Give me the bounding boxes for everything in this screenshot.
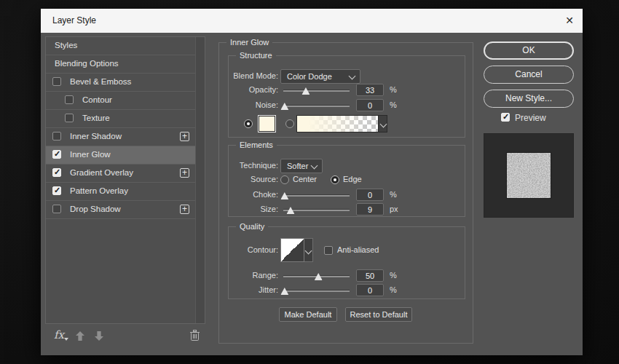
sidebar-footer: fx bbox=[45, 327, 205, 350]
sidebar-item-label: Inner Glow bbox=[70, 150, 111, 159]
quality-group: Quality Contour: Anti-aliased Range: % J… bbox=[228, 226, 465, 299]
inner-glow-checkbox[interactable]: ✓ bbox=[52, 150, 61, 159]
noise-slider[interactable] bbox=[283, 105, 350, 107]
technique-label: Technique: bbox=[229, 161, 278, 170]
sidebar-item-pattern-overlay[interactable]: ✓ Pattern Overlay bbox=[46, 183, 195, 201]
desktop-background: Layer Style ✕ Styles Blending Options Be… bbox=[0, 0, 619, 364]
range-input[interactable] bbox=[356, 269, 384, 282]
gradient-picker-button[interactable] bbox=[378, 115, 387, 132]
noise-input[interactable] bbox=[356, 99, 384, 111]
size-input[interactable] bbox=[356, 203, 384, 215]
cancel-button[interactable]: Cancel bbox=[484, 66, 574, 84]
preview-checkbox[interactable]: ✓ bbox=[501, 113, 510, 122]
size-unit: px bbox=[390, 205, 398, 213]
delete-effect-icon[interactable] bbox=[189, 329, 200, 344]
ok-button[interactable]: OK bbox=[484, 41, 574, 60]
add-drop-shadow-button[interactable]: + bbox=[180, 205, 189, 214]
opacity-slider-thumb[interactable] bbox=[301, 87, 310, 95]
chevron-down-icon bbox=[349, 73, 356, 80]
sidebar-item-styles[interactable]: Styles bbox=[46, 37, 195, 55]
radio-dot bbox=[334, 178, 336, 181]
size-slider[interactable] bbox=[283, 209, 350, 211]
sidebar-item-label: Styles bbox=[55, 41, 77, 50]
check-icon: ✓ bbox=[502, 112, 509, 122]
fx-menu-button[interactable]: fx bbox=[54, 328, 64, 341]
range-unit: % bbox=[390, 271, 397, 280]
preview-panel bbox=[484, 133, 574, 218]
fx-dropdown-icon bbox=[64, 338, 68, 341]
glow-gradient-bar[interactable] bbox=[296, 115, 379, 132]
make-default-button[interactable]: Make Default bbox=[279, 307, 337, 322]
inner-shadow-checkbox[interactable] bbox=[52, 132, 61, 141]
structure-group: Structure Blend Mode: Color Dodge Opacit… bbox=[228, 55, 465, 138]
sidebar-item-gradient-overlay[interactable]: ✓ Gradient Overlay + bbox=[46, 165, 195, 183]
choke-slider[interactable] bbox=[283, 194, 350, 197]
pattern-overlay-checkbox[interactable]: ✓ bbox=[52, 186, 61, 195]
choke-label: Choke: bbox=[229, 190, 278, 199]
gradient-radio[interactable] bbox=[285, 119, 294, 128]
source-center-label: Center bbox=[293, 175, 317, 183]
check-icon: ✓ bbox=[54, 186, 60, 195]
sidebar-item-blending-options[interactable]: Blending Options bbox=[46, 55, 195, 74]
source-center-radio[interactable] bbox=[280, 175, 289, 184]
layer-style-dialog: Layer Style ✕ Styles Blending Options Be… bbox=[41, 9, 583, 355]
jitter-slider-thumb[interactable] bbox=[280, 288, 288, 295]
check-icon: ✓ bbox=[54, 167, 60, 177]
technique-select[interactable]: Softer bbox=[280, 159, 323, 173]
choke-input[interactable] bbox=[356, 189, 384, 201]
preview-thumbnail-texture bbox=[507, 153, 551, 198]
sidebar-item-drop-shadow[interactable]: Drop Shadow + bbox=[46, 201, 195, 219]
jitter-unit: % bbox=[390, 285, 397, 294]
close-icon[interactable]: ✕ bbox=[565, 14, 574, 27]
solid-color-radio[interactable] bbox=[244, 119, 253, 128]
blend-mode-value: Color Dodge bbox=[287, 72, 332, 81]
move-effect-up-icon[interactable] bbox=[76, 331, 84, 341]
opacity-slider[interactable] bbox=[283, 90, 350, 92]
new-style-button[interactable]: New Style... bbox=[484, 90, 574, 108]
texture-checkbox[interactable] bbox=[65, 114, 74, 122]
sidebar-item-bevel-emboss[interactable]: Bevel & Emboss bbox=[46, 74, 195, 92]
sidebar-item-label: Inner Shadow bbox=[70, 132, 122, 141]
structure-legend: Structure bbox=[236, 51, 276, 60]
blend-mode-select[interactable]: Color Dodge bbox=[280, 69, 360, 84]
inner-glow-panel: Inner Glow Structure Blend Mode: Color D… bbox=[218, 42, 473, 344]
size-slider-thumb[interactable] bbox=[287, 207, 295, 214]
reset-to-default-button[interactable]: Reset to Default bbox=[345, 307, 412, 322]
source-label: Source: bbox=[229, 175, 278, 183]
sidebar-item-texture[interactable]: Texture bbox=[46, 110, 195, 128]
sidebar-item-label: Texture bbox=[82, 114, 110, 122]
chevron-down-icon bbox=[380, 121, 387, 128]
sidebar-item-label: Blending Options bbox=[55, 59, 119, 68]
gradient-overlay-checkbox[interactable]: ✓ bbox=[52, 168, 61, 177]
range-slider-thumb[interactable] bbox=[315, 273, 323, 280]
add-gradient-overlay-button[interactable]: + bbox=[180, 168, 189, 178]
jitter-input[interactable] bbox=[356, 284, 384, 296]
sidebar-item-contour[interactable]: Contour bbox=[46, 92, 195, 110]
contour-picker-button[interactable] bbox=[304, 238, 313, 262]
glow-color-swatch[interactable] bbox=[258, 115, 276, 132]
jitter-slider[interactable] bbox=[283, 290, 350, 292]
choke-slider-thumb[interactable] bbox=[280, 192, 288, 199]
range-slider[interactable] bbox=[283, 275, 350, 277]
anti-aliased-checkbox[interactable] bbox=[324, 246, 333, 255]
sidebar-item-inner-shadow[interactable]: Inner Shadow + bbox=[46, 128, 195, 146]
source-edge-radio[interactable] bbox=[331, 175, 339, 184]
source-edge-label: Edge bbox=[343, 175, 362, 183]
noise-unit: % bbox=[390, 100, 397, 109]
noise-slider-thumb[interactable] bbox=[280, 103, 288, 110]
sidebar-scrollbar[interactable] bbox=[195, 37, 205, 323]
dialog-titlebar[interactable]: Layer Style ✕ bbox=[41, 9, 583, 33]
sidebar-item-label: Contour bbox=[82, 95, 112, 104]
drop-shadow-checkbox[interactable] bbox=[52, 205, 61, 213]
anti-aliased-label: Anti-aliased bbox=[337, 245, 379, 254]
contour-checkbox[interactable] bbox=[65, 95, 74, 104]
move-effect-down-icon[interactable] bbox=[95, 331, 103, 341]
add-inner-shadow-button[interactable]: + bbox=[180, 132, 189, 141]
sidebar-item-label: Pattern Overlay bbox=[70, 186, 128, 195]
sidebar-item-inner-glow[interactable]: ✓ Inner Glow bbox=[46, 146, 195, 165]
bevel-emboss-checkbox[interactable] bbox=[52, 77, 61, 86]
contour-thumbnail[interactable] bbox=[280, 238, 304, 262]
elements-group: Elements Technique: Softer Source: Cente… bbox=[228, 145, 465, 217]
jitter-label: Jitter: bbox=[229, 285, 278, 294]
opacity-input[interactable] bbox=[356, 84, 384, 96]
